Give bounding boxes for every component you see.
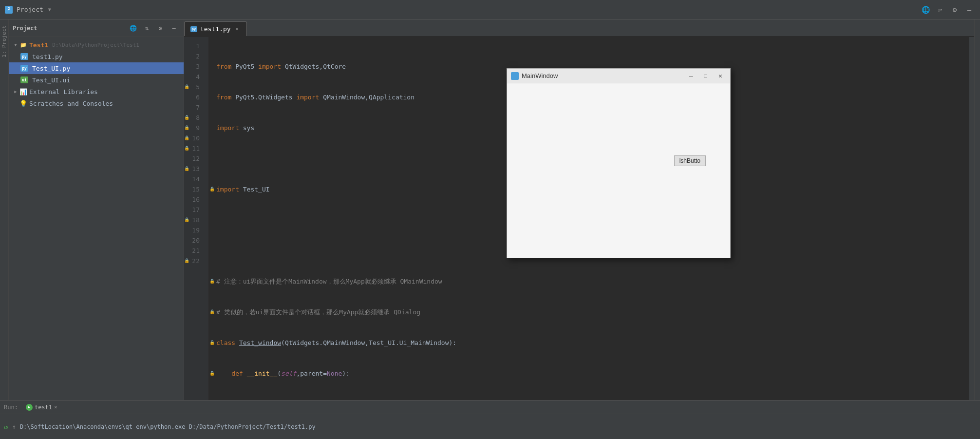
vertical-scrollbar[interactable] <box>969 37 974 400</box>
line-num-16: 16 <box>184 194 204 205</box>
restart-button[interactable]: ↺ <box>4 423 8 431</box>
float-title-bar: MainWindow — ☐ ✕ <box>507 69 730 83</box>
scroll-up-button[interactable]: ↑ <box>12 423 16 431</box>
minimize-icon[interactable]: — <box>963 4 975 16</box>
code-line-11: 🔒 def __init__(self,parent=None): <box>216 368 961 379</box>
run-tab-label: test1 <box>35 404 52 411</box>
tab-bar: py test1.py ✕ <box>184 19 974 37</box>
code-line-8: 🔒# 注意：ui界面文件是个MainWindow，那么MyApp就必须继承 QM… <box>216 276 961 286</box>
code-line-10: 🔒class Test_window(QtWidgets.QMainWindow… <box>216 338 961 348</box>
line-num-3: 3 <box>184 61 204 72</box>
code-line-9: 🔒# 类似的，若ui界面文件是个对话框，那么MyApp就必须继承 QDialog <box>216 307 961 317</box>
tree-label-test-ui-py: Test_UI.py <box>32 65 70 72</box>
tab-py-icon: py <box>190 26 197 32</box>
line-num-4: 4 <box>184 72 204 82</box>
line-num-15: 15 <box>184 184 204 194</box>
tree-label-external-libs: External Libraries <box>29 88 98 95</box>
folder-icon: 📁 <box>19 41 27 49</box>
line-num-10: 🔒10 <box>184 133 204 143</box>
tree-path-test1: D:\Data\PythonProject\Test1 <box>52 42 139 48</box>
run-tab-icon: ▶ <box>26 404 33 411</box>
code-line-12: super(Test_window,self). __init__(parent… <box>216 399 961 400</box>
project-side-tab[interactable]: 1: Project <box>0 21 8 61</box>
tree-item-test-ui-py[interactable]: py Test_UI.py <box>9 62 184 74</box>
ext-libs-icon: 📊 <box>19 88 27 95</box>
run-label: Run: <box>4 404 18 411</box>
float-window-title: MainWindow <box>522 72 682 79</box>
split-icon[interactable]: ⇌ <box>934 4 946 16</box>
tree-item-test-ui-ui[interactable]: ui Test_UI.ui <box>9 74 184 86</box>
title-bar-left: P Project ▼ <box>5 6 51 14</box>
line-num-17: 17 <box>184 205 204 215</box>
app-icon: P <box>5 6 13 14</box>
main-area: 1: Project Project 🌐 ⇅ ⚙ — ▼ 📁 <box>0 19 980 400</box>
tab-label: test1.py <box>200 25 231 33</box>
bottom-tab-bar: Run: ▶ test1 ✕ <box>0 401 980 414</box>
tree-item-scratches[interactable]: ▶ 💡 Scratches and Consoles <box>9 97 184 109</box>
tab-test1-py[interactable]: py test1.py ✕ <box>184 21 247 36</box>
tree-item-test1-folder[interactable]: ▼ 📁 Test1 D:\Data\PythonProject\Test1 <box>9 39 184 51</box>
sidebar-toolbar-right: 🌐 ⇅ ⚙ — <box>127 22 180 34</box>
line-numbers: 1 2 3 4 🔒5 6 7 🔒8 🔒9 🔒10 🔒11 12 🔒13 14 1… <box>184 37 208 400</box>
line-num-20: 20 <box>184 235 204 246</box>
float-content: ishButto <box>507 83 730 258</box>
ext-libs-arrow: ▶ <box>13 89 19 95</box>
folder-arrow: ▼ <box>13 42 19 48</box>
line-num-1: 1 <box>184 41 204 51</box>
settings-icon[interactable]: ⚙ <box>949 4 961 16</box>
title-bar: P Project ▼ 🌐 ⇌ ⚙ — <box>0 0 980 19</box>
float-maximize-button[interactable]: ☐ <box>700 71 712 81</box>
py-icon: py <box>20 53 28 60</box>
tree-label-test1: Test1 <box>29 41 48 49</box>
line-num-6: 6 <box>184 92 204 102</box>
tree-label-test1-py: test1.py <box>32 53 63 60</box>
line-num-21: 21 <box>184 246 204 256</box>
sidebar: Project 🌐 ⇅ ⚙ — ▼ 📁 Test1 D:\Data\Python… <box>9 19 184 400</box>
line-num-18: ▶🔒18 <box>184 215 204 225</box>
line-num-9: 🔒9 <box>184 123 204 133</box>
line-num-5: 🔒5 <box>184 82 204 92</box>
tree-item-external-libs[interactable]: ▶ 📊 External Libraries <box>9 86 184 97</box>
run-tab[interactable]: ▶ test1 ✕ <box>22 403 61 412</box>
sidebar-settings-icon[interactable]: ⚙ <box>154 22 166 34</box>
bottom-content: ↺ ↑ D:\SoftLocation\Anaconda\envs\qt_env… <box>0 414 980 439</box>
right-scrollbar[interactable] <box>974 19 980 400</box>
line-num-2: 2 <box>184 51 204 61</box>
tree-item-test1-py[interactable]: py test1.py <box>9 51 184 62</box>
tree-label-test-ui-ui: Test_UI.ui <box>32 76 70 84</box>
float-push-button[interactable]: ishButto <box>674 155 706 166</box>
sidebar-expand-icon[interactable]: ⇅ <box>141 22 152 34</box>
line-num-13: 🔒13 <box>184 164 204 174</box>
line-num-7: 7 <box>184 102 204 113</box>
float-close-button[interactable]: ✕ <box>715 71 726 81</box>
sidebar-title: Project <box>13 25 38 32</box>
tree-label-scratches: Scratches and Consoles <box>29 100 113 107</box>
project-dropdown[interactable]: ▼ <box>48 7 51 12</box>
py-icon-2: py <box>20 65 28 72</box>
app-container: P Project ▼ 🌐 ⇌ ⚙ — 1: Project Project 🌐… <box>0 0 980 439</box>
sidebar-globe-icon[interactable]: 🌐 <box>127 22 139 34</box>
project-title: Project <box>17 6 43 13</box>
line-num-11: 🔒11 <box>184 143 204 153</box>
line-num-12: 12 <box>184 153 204 164</box>
sidebar-tree: ▼ 📁 Test1 D:\Data\PythonProject\Test1 py… <box>9 37 184 400</box>
line-num-14: 14 <box>184 174 204 184</box>
scratches-icon: 💡 <box>19 100 27 107</box>
float-minimize-button[interactable]: — <box>685 71 697 81</box>
line-num-19: 19 <box>184 225 204 235</box>
globe-icon[interactable]: 🌐 <box>920 4 931 16</box>
side-tab-panel: 1: Project <box>0 19 9 400</box>
tab-close-icon[interactable]: ✕ <box>234 26 241 33</box>
sidebar-header: Project 🌐 ⇅ ⚙ — <box>9 19 184 37</box>
floating-window: MainWindow — ☐ ✕ ishButto <box>507 68 731 258</box>
ui-icon: ui <box>20 76 28 83</box>
run-tab-close[interactable]: ✕ <box>54 404 57 410</box>
float-app-icon <box>511 72 519 80</box>
bottom-panel: Run: ▶ test1 ✕ ↺ ↑ D:\SoftLocation\Anaco… <box>0 400 980 439</box>
run-command: D:\SoftLocation\Anaconda\envs\qt_env\pyt… <box>20 423 316 430</box>
line-num-22: 🔒22 <box>184 256 204 266</box>
line-num-8: 🔒8 <box>184 113 204 123</box>
sidebar-close-icon[interactable]: — <box>168 22 180 34</box>
